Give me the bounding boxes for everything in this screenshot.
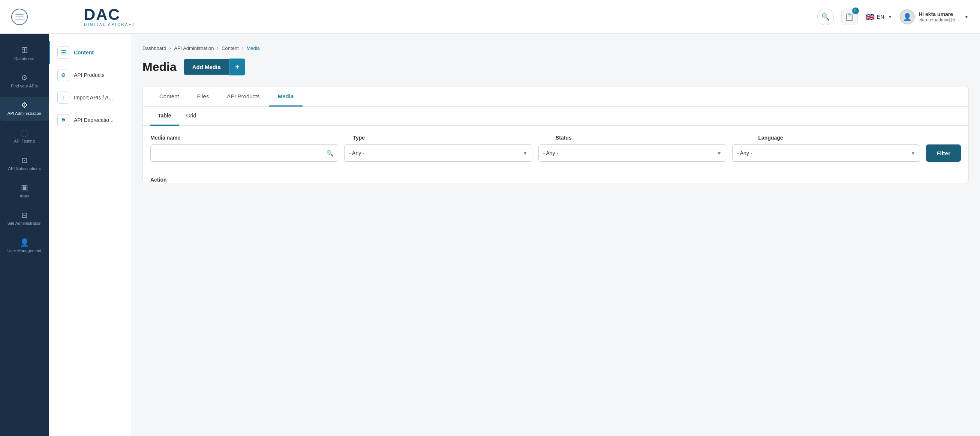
content-card: Content Files API Products Media Table G… xyxy=(142,87,969,183)
language-select[interactable]: - Any - English French German Spanish xyxy=(732,144,920,162)
tab-api-products[interactable]: API Products xyxy=(218,87,269,107)
notification-icon: 📋 xyxy=(845,13,854,21)
logo-dac: DAC xyxy=(84,7,135,22)
breadcrumb-media: Media xyxy=(246,45,259,51)
sidebar-item-find-apis[interactable]: ⚙ Find your APIs xyxy=(0,69,49,93)
view-tab-table[interactable]: Table xyxy=(150,107,179,126)
filter-label-language: Language xyxy=(759,135,955,141)
page-header: Media Add Media + xyxy=(142,59,969,75)
media-name-input[interactable] xyxy=(150,144,338,162)
user-menu-button[interactable]: 👤 Hi ekta umare ekta.u+padmin@d... ▼ xyxy=(900,10,969,24)
sidebar-label-find-apis: Find your APIs xyxy=(11,84,38,89)
api-products-icon: ⚙ xyxy=(57,69,69,81)
api-testing-icon: ⬚ xyxy=(21,129,28,137)
language-label: EN xyxy=(877,14,884,20)
breadcrumb: Dashboard › API Administration › Content… xyxy=(142,45,969,51)
sidebar-item-apps[interactable]: ▣ Apps xyxy=(0,179,49,203)
sidebar-label-dashboard: Dashboard xyxy=(14,56,35,61)
status-select-wrap: - Any - Active Inactive Draft ▼ xyxy=(538,144,726,162)
notifications-button[interactable]: 📋 0 xyxy=(841,9,858,25)
user-menu-chevron-icon: ▼ xyxy=(964,14,969,19)
find-apis-icon: ⚙ xyxy=(21,74,28,81)
hamburger-menu[interactable] xyxy=(11,9,28,25)
status-select[interactable]: - Any - Active Inactive Draft xyxy=(538,144,726,162)
language-chevron-icon: ▼ xyxy=(888,14,892,19)
filter-button[interactable]: Filter xyxy=(926,144,961,162)
add-media-button-group: Add Media + xyxy=(184,59,245,75)
sidebar-label-api-testing: API Testing xyxy=(14,139,35,144)
content-area: Dashboard › API Administration › Content… xyxy=(131,34,980,436)
notifications-badge: 0 xyxy=(852,8,859,14)
content-icon: ☰ xyxy=(57,46,69,59)
tab-media[interactable]: Media xyxy=(269,87,303,107)
search-button[interactable]: 🔍 xyxy=(817,9,834,25)
second-sidebar-label-import-apis: Import APIs / A... xyxy=(74,94,113,101)
second-sidebar-item-api-deprecation[interactable]: ⚑ API Deprecatio... xyxy=(49,109,131,131)
type-select[interactable]: - Any - Image Video Document Audio xyxy=(344,144,532,162)
language-selector[interactable]: 🇬🇧 EN ▼ xyxy=(865,13,892,21)
user-mgmt-icon: 👤 xyxy=(20,239,29,246)
sidebar-label-site-administration: Site Administration xyxy=(7,221,41,226)
breadcrumb-sep-3: › xyxy=(242,45,244,51)
site-admin-icon: ⊟ xyxy=(21,211,28,219)
filter-label-status: Status xyxy=(555,135,752,141)
apps-icon: ▣ xyxy=(21,184,28,192)
filter-label-media-name: Media name xyxy=(150,135,347,141)
second-sidebar-item-content[interactable]: ☰ Content xyxy=(49,41,131,64)
second-sidebar-label-api-deprecation: API Deprecatio... xyxy=(74,117,114,123)
filter-area: Media name Type Status Language 🔍 - Any … xyxy=(143,126,968,171)
filter-label-type: Type xyxy=(353,135,550,141)
dashboard-icon: ⊞ xyxy=(21,46,28,54)
second-sidebar-item-api-products[interactable]: ⚙ API Products xyxy=(49,64,131,86)
language-select-wrap: - Any - English French German Spanish ▼ xyxy=(732,144,920,162)
logo: DAC DIGITAL APICRAFT xyxy=(84,7,135,27)
second-sidebar-item-import-apis[interactable]: ↑ Import APIs / A... xyxy=(49,86,131,109)
breadcrumb-dashboard[interactable]: Dashboard xyxy=(142,45,167,51)
sidebar-label-apps: Apps xyxy=(19,193,29,198)
type-select-wrap: - Any - Image Video Document Audio ▼ xyxy=(344,144,532,162)
user-info: Hi ekta umare ekta.u+padmin@d... xyxy=(918,11,959,22)
media-name-input-wrap: 🔍 xyxy=(150,144,338,162)
breadcrumb-api-admin[interactable]: API Administration xyxy=(174,45,214,51)
avatar: 👤 xyxy=(900,10,915,24)
action-label: Action xyxy=(143,171,968,183)
second-sidebar: ☰ Content ⚙ API Products ↑ Import APIs /… xyxy=(49,34,131,436)
breadcrumb-sep-2: › xyxy=(217,45,219,51)
main-layout: ⊞ Dashboard ⚙ Find your APIs ⚙ API Admin… xyxy=(0,34,980,436)
user-email: ekta.u+padmin@d... xyxy=(918,17,959,22)
second-sidebar-label-content: Content xyxy=(74,50,94,56)
api-admin-icon: ⚙ xyxy=(21,101,28,109)
sidebar-label-api-subscriptions: API Subscriptions xyxy=(8,166,41,171)
header: DAC DIGITAL APICRAFT 🔍 📋 0 🇬🇧 EN ▼ 👤 Hi … xyxy=(0,0,980,34)
sidebar-item-api-administration[interactable]: ⚙ API Administration xyxy=(0,97,49,120)
tab-content[interactable]: Content xyxy=(150,87,188,107)
import-apis-icon: ↑ xyxy=(57,91,69,104)
sidebar-item-api-testing[interactable]: ⬚ API Testing xyxy=(0,125,49,148)
api-subscriptions-icon: ⊡ xyxy=(21,157,28,164)
add-media-plus-button[interactable]: + xyxy=(229,59,245,75)
filter-labels: Media name Type Status Language xyxy=(150,135,961,141)
content-tabs-row: Content Files API Products Media xyxy=(143,87,968,107)
flag-icon: 🇬🇧 xyxy=(865,13,875,21)
user-name: Hi ekta umare xyxy=(918,11,959,17)
tab-files[interactable]: Files xyxy=(188,87,218,107)
media-name-search-icon: 🔍 xyxy=(326,150,334,157)
breadcrumb-content[interactable]: Content xyxy=(221,45,239,51)
view-tabs-row: Table Grid xyxy=(143,107,968,126)
logo-sub: DIGITAL APICRAFT xyxy=(84,22,135,27)
sidebar-item-dashboard[interactable]: ⊞ Dashboard xyxy=(0,41,49,65)
sidebar: ⊞ Dashboard ⚙ Find your APIs ⚙ API Admin… xyxy=(0,34,49,436)
breadcrumb-sep-1: › xyxy=(169,45,171,51)
header-right: 🔍 📋 0 🇬🇧 EN ▼ 👤 Hi ekta umare ekta.u+pad… xyxy=(817,9,969,25)
sidebar-item-user-management[interactable]: 👤 User Management xyxy=(0,234,49,258)
sidebar-label-user-management: User Management xyxy=(8,248,41,253)
page-title: Media xyxy=(142,60,177,74)
add-media-main-button[interactable]: Add Media xyxy=(184,59,229,75)
filter-inputs: 🔍 - Any - Image Video Document Audio ▼ xyxy=(150,144,961,162)
second-sidebar-label-api-products: API Products xyxy=(74,72,105,78)
sidebar-label-api-admin: API Administration xyxy=(8,111,41,116)
api-deprecation-icon: ⚑ xyxy=(57,114,69,126)
view-tab-grid[interactable]: Grid xyxy=(179,107,204,126)
sidebar-item-api-subscriptions[interactable]: ⊡ API Subscriptions xyxy=(0,152,49,176)
sidebar-item-site-administration[interactable]: ⊟ Site Administration xyxy=(0,207,49,230)
